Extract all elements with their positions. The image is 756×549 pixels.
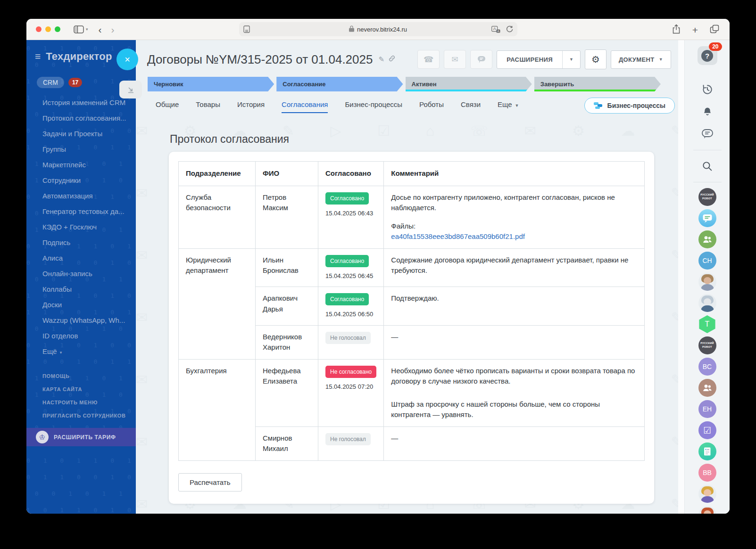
- table-row: Юридический департаментИльин БрониславСо…: [179, 248, 645, 287]
- sidebar-footer-item[interactable]: ПРИГЛАСИТЬ СОТРУДНИКОВ: [26, 409, 136, 422]
- email-button[interactable]: ✉: [444, 50, 466, 69]
- avatar[interactable]: [698, 230, 716, 248]
- history-icon[interactable]: [698, 80, 717, 99]
- sidebar-menu: История изменений CRMПротокол согласован…: [26, 95, 136, 359]
- new-tab-icon[interactable]: +: [692, 25, 698, 35]
- avatar[interactable]: [698, 209, 716, 227]
- browser-titlebar: ▾ ‹ › neverov.bitrix24.ru AA: [26, 19, 730, 40]
- settings-gear-button[interactable]: ⚙: [585, 49, 606, 69]
- sidebar-item-кэдо-госключ[interactable]: КЭДО + Госключ: [26, 219, 136, 235]
- share-icon[interactable]: [672, 24, 681, 36]
- sidebar-item-wazzup-whatsapp-wh-[interactable]: Wazzup (WhatsApp, Wh...: [26, 312, 136, 328]
- messenger-icon[interactable]: [698, 124, 717, 144]
- sidebar-item-онлайн-запись[interactable]: Онлайн-запись: [26, 266, 136, 281]
- sidebar-item-сотрудники[interactable]: Сотрудники: [26, 172, 136, 188]
- avatar[interactable]: ☑: [698, 421, 716, 439]
- extensions-dropdown-arrow[interactable]: ▼: [562, 51, 580, 68]
- tab-бизнес-процессы[interactable]: Бизнес-процессы: [345, 98, 402, 113]
- avatar[interactable]: T: [698, 315, 716, 333]
- sidebar-item-генератор-тестовых-да-[interactable]: Генератор тестовых да...: [26, 204, 136, 219]
- file-link[interactable]: ea40fa15538eee3bd867eaa509b60f21.pdf: [391, 232, 525, 240]
- comment-cell: —: [384, 325, 645, 359]
- avatar[interactable]: CH: [698, 252, 716, 270]
- copy-link-icon[interactable]: [388, 55, 396, 64]
- business-processes-button[interactable]: Бизнес-процессы: [584, 98, 675, 114]
- sidebar-footer-item[interactable]: ПОМОЩЬ: [26, 369, 136, 383]
- stage-согласование[interactable]: Согласование: [276, 77, 403, 91]
- sidebar-footer-item[interactable]: КАРТА САЙТА: [26, 383, 136, 396]
- tab-еще[interactable]: Еще▼: [498, 98, 519, 113]
- back-button[interactable]: ‹: [99, 25, 102, 34]
- status-cell: Не голосовал: [318, 325, 384, 359]
- translate-icon[interactable]: AA: [491, 26, 500, 35]
- chevron-down-icon[interactable]: ▾: [86, 27, 88, 32]
- avatar[interactable]: BC: [698, 358, 716, 376]
- search-icon[interactable]: [698, 156, 717, 176]
- comment-cell: Содержание договора юридический департам…: [384, 248, 645, 287]
- notifications-icon[interactable]: [698, 102, 717, 122]
- sidebar-item-автоматизация[interactable]: Автоматизация: [26, 188, 136, 204]
- chat-button[interactable]: [470, 50, 492, 69]
- avatar[interactable]: [698, 506, 716, 514]
- reader-view-icon[interactable]: [243, 25, 251, 35]
- tab-роботы[interactable]: Роботы: [419, 98, 444, 113]
- tab-overview-icon[interactable]: [710, 25, 719, 35]
- print-button[interactable]: Распечатать: [178, 473, 242, 492]
- sidebar-item-ещё[interactable]: Ещё▾: [26, 344, 136, 359]
- avatar[interactable]: [698, 442, 716, 460]
- zoom-window-button[interactable]: [55, 26, 60, 32]
- tab-связи[interactable]: Связи: [461, 98, 481, 113]
- avatar[interactable]: РУССКИЙ РОБОТ: [698, 336, 716, 354]
- menu-icon[interactable]: ≡: [35, 51, 41, 62]
- sidebar-item-история-изменений-crm[interactable]: История изменений CRM: [26, 95, 136, 110]
- portal-title: Техдиректор: [46, 50, 112, 63]
- extensions-button[interactable]: РАСШИРЕНИЯ: [497, 51, 562, 68]
- tab-история[interactable]: История: [237, 98, 265, 113]
- avatar[interactable]: РУССКИЙ РОБОТ: [698, 188, 716, 206]
- reload-icon[interactable]: [506, 25, 513, 35]
- document-button[interactable]: ДОКУМЕНТ ▼: [611, 50, 671, 69]
- sidebar-item-алиса[interactable]: Алиса: [26, 250, 136, 266]
- table-header-row: Подразделение ФИО Согласовано Комментари…: [179, 162, 645, 186]
- sidebar-item-подпись[interactable]: Подпись: [26, 235, 136, 250]
- collapse-menu-button[interactable]: [119, 81, 142, 98]
- sidebar-item-id-отделов[interactable]: ID отделов: [26, 328, 136, 344]
- edit-title-icon[interactable]: ✎: [378, 55, 384, 64]
- comment-paragraph: Досье по контрагенту приложено, контраге…: [391, 192, 637, 213]
- table-row: БухгалтерияНефедьева ЕлизаветаНе согласо…: [179, 359, 645, 426]
- forward-button[interactable]: ›: [111, 25, 115, 34]
- avatar[interactable]: BB: [698, 464, 716, 482]
- sidebar-item-коллабы[interactable]: Коллабы: [26, 281, 136, 297]
- sidebar-item-протокол-согласования-[interactable]: Протокол согласования...: [26, 110, 136, 126]
- question-mark-icon: ?: [701, 50, 713, 62]
- tab-согласования[interactable]: Согласования: [282, 98, 328, 113]
- person-cell: Ильин Бронислав: [256, 248, 318, 287]
- sidebar-item-доски[interactable]: Доски: [26, 297, 136, 312]
- crm-section-pill[interactable]: CRM: [37, 77, 64, 88]
- upgrade-tariff-button[interactable]: ♔ РАСШИРИТЬ ТАРИФ: [26, 428, 136, 446]
- tab-общие[interactable]: Общие: [156, 98, 179, 113]
- stage-активен[interactable]: Активен: [406, 77, 532, 91]
- stage-черновик[interactable]: Черновик: [148, 77, 274, 91]
- avatar[interactable]: [698, 379, 716, 397]
- sidebar-item-задачи-и-проекты[interactable]: Задачи и Проекты: [26, 126, 136, 141]
- scrollbar-track[interactable]: [678, 40, 684, 514]
- avatar[interactable]: [698, 294, 716, 312]
- avatar[interactable]: [698, 485, 716, 503]
- address-bar[interactable]: neverov.bitrix24.ru AA: [239, 22, 517, 36]
- sidebar-footer-item[interactable]: НАСТРОИТЬ МЕНЮ: [26, 396, 136, 409]
- sidebar-item-маркетплейс[interactable]: Маркетплейс: [26, 157, 136, 172]
- sidebar-item-группы[interactable]: Группы: [26, 141, 136, 157]
- minimize-window-button[interactable]: [45, 26, 51, 32]
- close-window-button[interactable]: [36, 26, 42, 32]
- avatar[interactable]: [698, 273, 716, 291]
- stage-завершить[interactable]: Завершить: [534, 77, 661, 91]
- sidebar-toggle-icon[interactable]: [74, 25, 84, 33]
- call-button[interactable]: ☎: [417, 50, 440, 69]
- comment-paragraph: Содержание договора юридический департам…: [391, 255, 637, 276]
- tab-товары[interactable]: Товары: [196, 98, 220, 113]
- status-cell: Согласовано15.04.2025 06:45: [318, 248, 384, 287]
- person-cell: Арапкович Дарья: [256, 287, 318, 326]
- avatar[interactable]: EH: [698, 400, 716, 418]
- close-menu-button[interactable]: ×: [116, 49, 138, 70]
